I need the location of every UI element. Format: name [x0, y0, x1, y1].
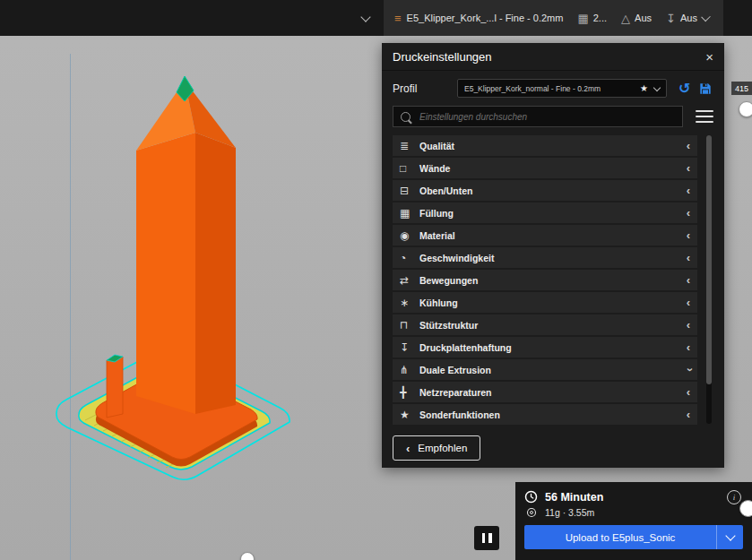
- settings-category-travel[interactable]: ⇄ Bewegungen ‹: [393, 270, 697, 290]
- infill-value: 2...: [593, 13, 607, 23]
- adhesion-summary: ↧ Aus: [666, 13, 697, 24]
- chevron-icon: ‹: [687, 341, 690, 353]
- cooling-icon: ∗: [400, 297, 419, 308]
- chevron-icon: ‹: [687, 274, 690, 286]
- tower-right-face: [195, 133, 236, 414]
- adhesion-icon: ↧: [666, 13, 676, 24]
- chevron-left-icon: ‹: [406, 442, 410, 455]
- prime-pillar: [107, 357, 123, 418]
- tower-left-face: [136, 133, 195, 414]
- adhesion-value: Aus: [680, 13, 697, 23]
- chevron-icon: ‹: [687, 185, 690, 196]
- upload-button[interactable]: Upload to E5plus_Sonic: [524, 525, 743, 549]
- chevron-icon: ‹: [687, 386, 690, 398]
- scrollbar[interactable]: [706, 135, 712, 424]
- simulation-slider-handle[interactable]: [240, 552, 255, 560]
- material-estimate: 11g · 3.55m: [545, 507, 594, 518]
- recommended-label: Empfohlen: [418, 443, 467, 453]
- settings-category-quality[interactable]: ≣ Qualität ‹: [393, 135, 697, 156]
- settings-category-cooling[interactable]: ∗ Kühlung ‹: [393, 292, 697, 313]
- star-icon: ★: [640, 83, 648, 93]
- panel-title: Druckeinstellungen: [393, 50, 492, 64]
- clock-icon: [524, 490, 538, 504]
- infill-icon: ▦: [577, 13, 588, 24]
- close-icon[interactable]: ×: [705, 50, 713, 64]
- settings-category-list: ≣ Qualität ‹ □ Wände ‹ ⊟ Oben/Unten ‹ ▦ …: [393, 135, 713, 425]
- chevron-down-icon: [725, 530, 735, 540]
- info-icon[interactable]: i: [727, 490, 741, 504]
- speed-icon: ◔: [400, 253, 419, 263]
- layer-slider-bottom-handle[interactable]: [739, 500, 752, 517]
- panel-header: Druckeinstellungen ×: [382, 43, 724, 71]
- upload-button-label: Upload to E5plus_Sonic: [524, 532, 716, 543]
- upload-options-button[interactable]: [716, 525, 743, 549]
- material-icon: ◉: [400, 230, 419, 241]
- chevron-icon: ‹: [687, 252, 690, 263]
- chevron-down-icon: [360, 12, 370, 22]
- pause-icon: [482, 533, 486, 543]
- profile-label: Profil: [393, 82, 457, 95]
- dual-extrusion-icon: ⋔: [400, 365, 419, 375]
- scrollbar-thumb[interactable]: [706, 135, 712, 384]
- settings-category-walls[interactable]: □ Wände ‹: [393, 158, 697, 178]
- quality-icon: ≣: [400, 141, 419, 151]
- material-spool-icon: [526, 507, 537, 518]
- support-value: Aus: [635, 13, 652, 23]
- chevron-icon: ‹: [682, 367, 694, 371]
- profile-summary: E5_Klipper_Kork_...l - Fine - 0.2mm: [407, 13, 564, 23]
- settings-category-special-modes[interactable]: ★ Sonderfunktionen ‹: [393, 404, 697, 425]
- infill-summary: ▦ 2...: [577, 13, 607, 24]
- profile-icon: ≡: [394, 13, 402, 24]
- layer-slider-top-handle[interactable]: [739, 101, 752, 117]
- print-job-panel: 56 Minuten i 11g · 3.55m Upload to E5plu…: [515, 482, 752, 560]
- settings-category-top-bottom[interactable]: ⊟ Oben/Unten ‹: [393, 180, 697, 201]
- print-settings-panel: Druckeinstellungen × Profil E5_Klipper_K…: [382, 43, 724, 468]
- settings-category-material[interactable]: ◉ Material ‹: [393, 225, 697, 246]
- reset-profile-button[interactable]: ↺: [679, 82, 690, 96]
- settings-category-dual-extrusion[interactable]: ⋔ Duale Extrusion ‹: [393, 359, 697, 380]
- settings-search-box: [393, 106, 683, 127]
- play-pause-button[interactable]: [474, 526, 499, 550]
- profile-dropdown[interactable]: E5_Klipper_Kork_normal - Fine - 0.2mm ★: [457, 79, 667, 98]
- chevron-icon: ‹: [687, 409, 690, 420]
- top-layer-value: 415: [731, 82, 752, 95]
- chevron-icon: ‹: [687, 229, 690, 241]
- settings-category-adhesion[interactable]: ↧ Druckplattenhaftung ‹: [393, 337, 697, 358]
- chevron-icon: ‹: [687, 140, 690, 151]
- travel-icon: ⇄: [400, 275, 419, 286]
- support-summary: △ Aus: [621, 13, 652, 24]
- chevron-icon: ‹: [687, 207, 690, 219]
- settings-category-mesh-fixes[interactable]: ╋ Netzreparaturen ‹: [393, 382, 697, 402]
- setting-visibility-menu-icon[interactable]: [696, 110, 713, 123]
- search-input[interactable]: [418, 111, 675, 123]
- save-profile-button[interactable]: [699, 82, 712, 95]
- pause-icon: [488, 533, 492, 543]
- floppy-icon: [699, 82, 712, 95]
- settings-category-support[interactable]: ⊓ Stützstruktur ‹: [393, 314, 697, 335]
- recommended-mode-button[interactable]: ‹ Empfohlen: [393, 435, 480, 461]
- support-icon: △: [621, 13, 630, 24]
- topbar: ≡ E5_Klipper_Kork_...l - Fine - 0.2mm ▦ …: [0, 0, 752, 36]
- printer-selector[interactable]: [0, 0, 384, 36]
- mesh-fixes-icon: ╋: [400, 387, 419, 398]
- settings-category-infill[interactable]: ▦ Füllung ‹: [393, 202, 697, 223]
- walls-icon: □: [400, 163, 419, 174]
- chevron-icon: ‹: [687, 162, 690, 174]
- chevron-icon: ‹: [687, 297, 690, 308]
- profile-dropdown-value: E5_Klipper_Kork_normal - Fine - 0.2mm: [464, 84, 635, 93]
- search-icon: [401, 112, 411, 122]
- print-time-estimate: 56 Minuten: [545, 491, 603, 504]
- chevron-icon: ‹: [687, 319, 690, 331]
- chevron-down-icon: [701, 12, 711, 22]
- chevron-down-icon: [653, 83, 661, 90]
- print-settings-summary-button[interactable]: ≡ E5_Klipper_Kork_...l - Fine - 0.2mm ▦ …: [384, 0, 723, 36]
- special-modes-icon: ★: [400, 409, 419, 420]
- infill-icon: ▦: [400, 208, 419, 219]
- settings-category-speed[interactable]: ◔ Geschwindigkeit ‹: [393, 247, 697, 268]
- top-bottom-icon: ⊟: [400, 185, 419, 196]
- adhesion-icon: ↧: [400, 342, 419, 353]
- support-icon: ⊓: [400, 320, 419, 331]
